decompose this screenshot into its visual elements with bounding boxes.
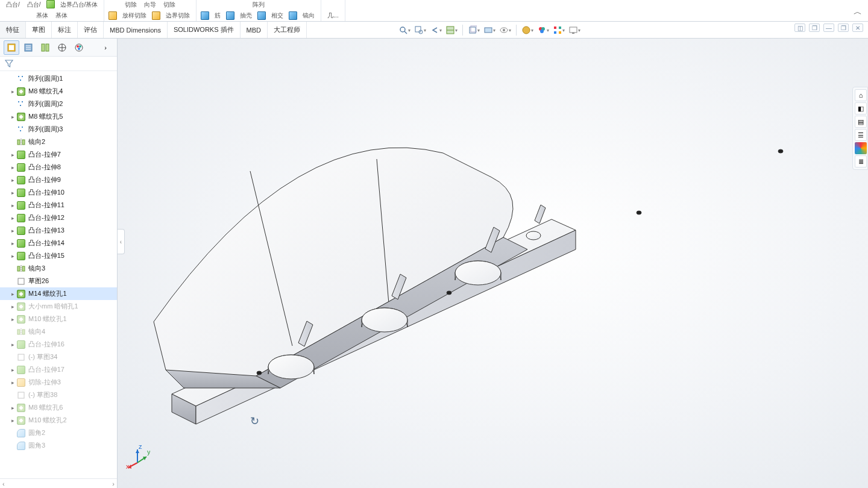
render-tools-button[interactable]: ▾ <box>552 23 565 37</box>
rib-icon[interactable] <box>200 11 210 20</box>
rdock-iso-button[interactable]: ◧ <box>855 102 867 114</box>
tree-node-boss[interactable]: ▸凸台-拉伸13 <box>0 224 117 237</box>
expand-icon[interactable]: ▸ <box>10 418 16 424</box>
tree-node-hole[interactable]: ▸大小mm 暗销孔1 <box>0 300 117 313</box>
window-restore-button[interactable]: ❐ <box>838 23 849 32</box>
prev-view-button[interactable]: ▾ <box>429 23 442 37</box>
shell-icon[interactable] <box>225 11 235 20</box>
tree-node-hole[interactable]: ▸M14 螺纹孔1 <box>0 287 117 300</box>
tree-node-sketch[interactable]: (-) 草图34 <box>0 351 117 363</box>
tree-node-boss[interactable]: ▸凸台-拉伸15 <box>0 249 117 262</box>
tree-node-mirror[interactable]: 镜向3 <box>0 262 117 275</box>
hide-show-button[interactable]: ▾ <box>498 23 512 37</box>
expand-icon[interactable]: ▸ <box>10 228 16 234</box>
expand-icon[interactable]: ▸ <box>10 240 16 246</box>
hud-toolbar: ▾▾▾▾▾▾▾▾▾▾▾ <box>398 22 581 38</box>
expand-icon[interactable]: ▸ <box>10 89 16 95</box>
tree-node-fillet[interactable]: 圆角2 <box>0 427 117 439</box>
tree-node-pattern[interactable]: 阵列(圆周)2 <box>0 98 117 110</box>
rdock-list-button[interactable]: ≣ <box>855 155 867 167</box>
tree-node-hole[interactable]: ▸M8 螺纹孔5 <box>0 110 117 123</box>
tree-node-hole[interactable]: ▸M10 螺纹孔2 <box>0 414 117 427</box>
tree-hscroll[interactable]: ‹› <box>0 478 117 488</box>
tab-swaddin[interactable]: SOLIDWORKS 插件 <box>168 22 241 38</box>
expand-icon[interactable]: ▸ <box>10 152 16 158</box>
expand-icon[interactable]: ▸ <box>10 164 16 170</box>
expand-icon[interactable]: ▸ <box>10 367 16 373</box>
tree-node-boss[interactable]: ▸凸台-拉伸8 <box>0 161 117 174</box>
tree-node-hole[interactable]: ▸M8 螺纹孔6 <box>0 401 117 414</box>
tree-filter[interactable] <box>0 57 117 71</box>
boss-boundary-icon[interactable] <box>46 0 55 9</box>
display-style-button[interactable]: ▾ <box>483 23 496 37</box>
tab-feature[interactable]: 特征 <box>0 22 26 38</box>
dim-manager-tab-icon[interactable] <box>54 40 70 55</box>
rdock-home-button[interactable]: ⌂ <box>855 89 867 101</box>
tree-node-pattern[interactable]: 阵列(圆周)1 <box>0 72 117 85</box>
mirror-icon[interactable] <box>288 11 298 20</box>
svg-rect-27 <box>42 44 45 51</box>
tree-node-boss[interactable]: ▸凸台-拉伸7 <box>0 148 117 161</box>
expand-icon[interactable]: ▸ <box>10 304 16 310</box>
tree-node-boss[interactable]: ▸凸台-拉伸12 <box>0 211 117 224</box>
expand-icon[interactable]: ▸ <box>10 114 16 120</box>
tab-sketch[interactable]: 草图 <box>26 22 52 38</box>
graphics-viewport[interactable]: ↻ x y z ⌂◧▤☰≣ <box>118 39 868 488</box>
tree-node-mirror[interactable]: 镜向2 <box>0 136 117 148</box>
tree-node-boss[interactable]: ▸凸台-拉伸11 <box>0 199 117 211</box>
zoom-fit-button[interactable]: ▾ <box>398 23 411 37</box>
cut-boundary-icon[interactable] <box>151 11 161 20</box>
scene-button[interactable]: ▾ <box>521 23 534 37</box>
tab-daengineer[interactable]: 大工程师 <box>268 22 307 38</box>
expand-icon[interactable]: ▸ <box>10 177 16 183</box>
expand-icon[interactable]: ▸ <box>10 380 16 386</box>
tree-node-boss[interactable]: ▸凸台-拉伸14 <box>0 237 117 249</box>
expand-icon[interactable]: ▸ <box>10 291 16 297</box>
collapse-ribbon-button[interactable]: ︿ <box>854 7 862 17</box>
tab-annotate[interactable]: 标注 <box>52 22 78 38</box>
tree-node-boss[interactable]: ▸凸台-拉伸9 <box>0 174 117 186</box>
tree-node-sketch[interactable]: 草图26 <box>0 275 117 287</box>
expand-icon[interactable]: ▸ <box>10 316 16 322</box>
tree-node-hole[interactable]: ▸M10 螺纹孔1 <box>0 313 117 325</box>
appearance-button[interactable]: ▾ <box>536 23 550 37</box>
tree-node-sketch[interactable]: (-) 草图38 <box>0 389 117 401</box>
tree-node-boss[interactable]: ▸凸台-拉伸16 <box>0 338 117 351</box>
window-minimize-button[interactable]: — <box>823 23 834 32</box>
rdock-left-button[interactable]: ▤ <box>855 116 867 128</box>
view-orient-button[interactable]: ▾ <box>467 23 480 37</box>
tree-node-pattern[interactable]: 阵列(圆周)3 <box>0 123 117 136</box>
rdock-appearance-button[interactable] <box>855 142 867 154</box>
window-cascade-button[interactable]: ❐ <box>809 23 820 32</box>
window-close-button[interactable]: ✕ <box>852 23 863 32</box>
tab-mbd[interactable]: MBD <box>241 22 268 38</box>
tree-node-mirror[interactable]: 镜向4 <box>0 325 117 338</box>
tree-node-fillet[interactable]: 圆角3 <box>0 439 117 452</box>
feature-manager-tab-icon[interactable] <box>4 40 19 55</box>
panel-collapse-handle[interactable]: ‹ <box>118 229 125 254</box>
rdock-config-button[interactable]: ☰ <box>855 129 867 141</box>
tree-node-hole[interactable]: ▸M8 螺纹孔4 <box>0 85 117 98</box>
feature-tree-scroll[interactable]: 阵列(圆周)1▸M8 螺纹孔4阵列(圆周)2▸M8 螺纹孔5阵列(圆周)3镜向2… <box>0 71 117 478</box>
tab-evaluate[interactable]: 评估 <box>78 22 104 38</box>
appearance-tab-icon[interactable] <box>71 40 87 55</box>
tab-mbddim[interactable]: MBD Dimensions <box>104 22 168 38</box>
intersect-icon[interactable] <box>257 11 266 20</box>
property-manager-tab-icon[interactable] <box>20 40 36 55</box>
window-tile-button[interactable]: ◫ <box>794 23 805 32</box>
panel-more-icon[interactable]: › <box>98 40 113 55</box>
expand-icon[interactable]: ▸ <box>10 342 16 348</box>
config-manager-tab-icon[interactable] <box>37 40 53 55</box>
tree-node-boss[interactable]: ▸凸台-拉伸10 <box>0 186 117 199</box>
zoom-window-button[interactable]: ▾ <box>414 23 427 37</box>
expand-icon[interactable]: ▸ <box>10 405 16 411</box>
expand-icon[interactable]: ▸ <box>10 190 16 196</box>
tree-node-boss[interactable]: ▸凸台-拉伸17 <box>0 363 117 376</box>
cut-loft-icon[interactable] <box>108 11 118 20</box>
expand-icon[interactable]: ▸ <box>10 215 16 221</box>
expand-icon[interactable]: ▸ <box>10 253 16 259</box>
section-view-button[interactable]: ▾ <box>445 23 458 37</box>
tree-node-cut[interactable]: ▸切除-拉伸3 <box>0 376 117 389</box>
view-settings-button[interactable]: ▾ <box>568 23 581 37</box>
expand-icon[interactable]: ▸ <box>10 202 16 208</box>
